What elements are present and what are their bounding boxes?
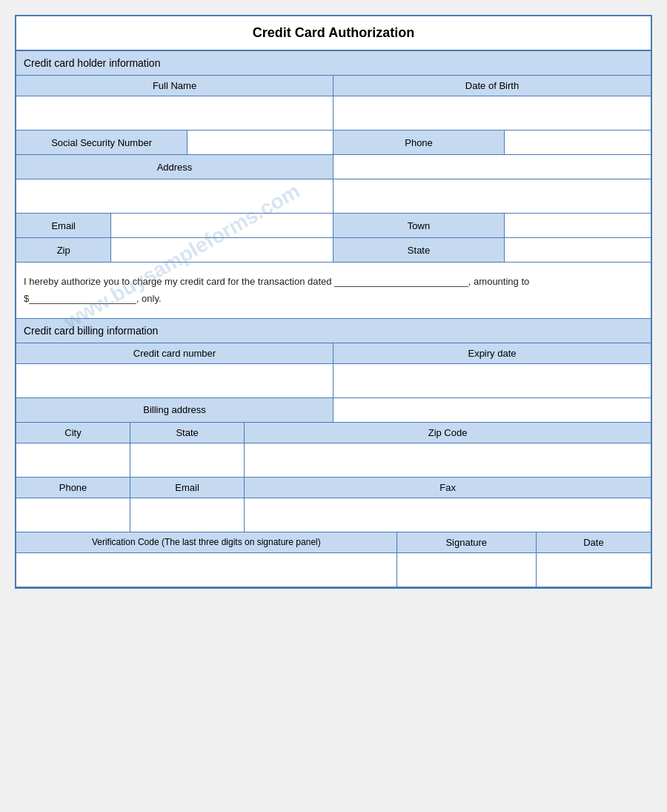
label-expiry-date: Expiry date: [334, 343, 651, 363]
label-zip-code: Zip Code: [245, 423, 651, 443]
row-phone-email-fax-input: [16, 498, 651, 532]
input-address[interactable]: [334, 155, 651, 179]
row-city-state-zip-input: [16, 443, 651, 478]
row-verification-input: [16, 553, 651, 587]
row-phone-email-fax: Phone Email Fax: [16, 478, 651, 498]
input-email2[interactable]: [130, 498, 245, 532]
label-verification-code: Verification Code (The last three digits…: [16, 532, 397, 552]
row-verification: Verification Code (The last three digits…: [16, 532, 651, 553]
label-date: Date: [537, 532, 651, 552]
row-email-town: Email Town: [16, 214, 651, 238]
label-city: City: [16, 423, 130, 443]
row-cc-expiry: Credit card number Expiry date: [16, 343, 651, 364]
label-state2: State: [130, 423, 245, 443]
label-zip: Zip: [16, 238, 111, 262]
label-email2: Email: [130, 478, 245, 498]
label-full-name: Full Name: [16, 76, 334, 96]
label-state: State: [334, 238, 505, 262]
input-credit-card-number[interactable]: [16, 364, 334, 397]
row-billing-address: Billing address: [16, 398, 651, 423]
row-address-input: [16, 179, 651, 214]
form-title: Credit Card Authorization: [16, 16, 651, 51]
input-full-name[interactable]: [16, 96, 334, 130]
row-name-dob-input: [16, 96, 651, 131]
row-name-dob: Full Name Date of Birth: [16, 76, 651, 96]
input-ssn[interactable]: [188, 131, 334, 154]
row-zip-state: Zip State: [16, 238, 651, 263]
row-city-state-zip: City State Zip Code: [16, 423, 651, 443]
input-date[interactable]: [537, 553, 651, 587]
input-email[interactable]: [111, 214, 334, 237]
label-billing-address: Billing address: [16, 398, 334, 422]
input-city[interactable]: [16, 443, 130, 477]
input-zip[interactable]: [111, 238, 334, 262]
label-email: Email: [16, 214, 111, 237]
authorization-text: I hereby authorize you to charge my cred…: [16, 263, 651, 319]
label-ssn: Social Security Number: [16, 131, 188, 154]
input-town[interactable]: [505, 214, 651, 237]
row-address: Address: [16, 155, 651, 179]
label-fax: Fax: [245, 478, 651, 498]
label-address: Address: [16, 155, 334, 179]
input-phone2[interactable]: [16, 498, 130, 532]
label-town: Town: [334, 214, 505, 237]
label-signature: Signature: [397, 532, 537, 552]
label-date-of-birth: Date of Birth: [334, 76, 651, 96]
input-zip-code[interactable]: [245, 443, 651, 477]
row-ssn-phone: Social Security Number Phone: [16, 131, 651, 155]
input-state[interactable]: [505, 238, 651, 262]
input-state2[interactable]: [130, 443, 245, 477]
input-phone[interactable]: [505, 131, 651, 154]
holder-info-header: Credit card holder information: [16, 51, 651, 76]
input-date-of-birth[interactable]: [334, 96, 651, 130]
label-phone: Phone: [334, 131, 505, 154]
row-cc-expiry-input: [16, 364, 651, 398]
label-credit-card-number: Credit card number: [16, 343, 334, 363]
input-address3[interactable]: [334, 179, 651, 213]
input-billing-address[interactable]: [334, 398, 651, 422]
label-phone2: Phone: [16, 478, 130, 498]
input-fax[interactable]: [245, 498, 651, 532]
input-address2[interactable]: [16, 179, 334, 213]
form-container: www.buysampleforms.com Credit Card Autho…: [15, 15, 652, 589]
input-verification-code[interactable]: [16, 553, 397, 587]
billing-info-header: Credit card billing information: [16, 319, 651, 343]
input-signature[interactable]: [397, 553, 537, 587]
input-expiry-date[interactable]: [334, 364, 651, 397]
